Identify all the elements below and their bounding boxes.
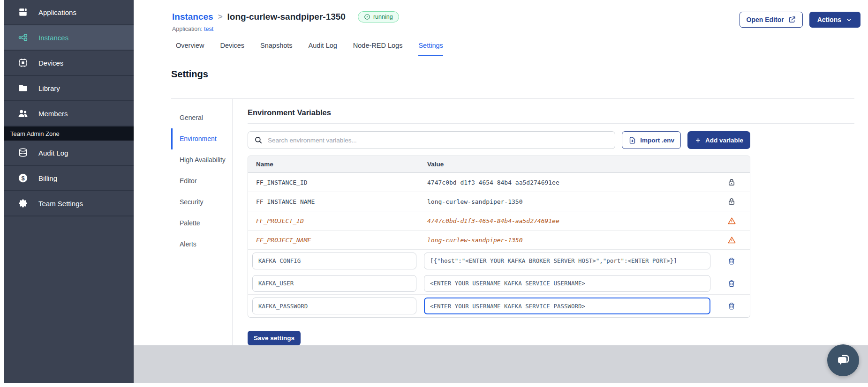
members-icon: [18, 108, 28, 119]
tab-overview[interactable]: Overview: [176, 42, 204, 56]
breadcrumb-instances-link[interactable]: Instances: [172, 12, 213, 22]
warning-icon: [713, 216, 750, 225]
sidebar-item-library[interactable]: Library: [4, 76, 134, 101]
subnav-item-alerts[interactable]: Alerts: [171, 234, 232, 255]
sidebar-item-label: Audit Log: [38, 149, 68, 157]
status-badge: running: [358, 11, 399, 22]
sidebar-item-label: Team Settings: [38, 200, 83, 208]
env-var-name-input[interactable]: [252, 298, 416, 314]
subnav-item-palette[interactable]: Palette: [171, 213, 232, 234]
subnav-item-editor[interactable]: Editor: [171, 171, 232, 192]
env-var-name-input[interactable]: [252, 253, 416, 269]
tab-snapshots[interactable]: Snapshots: [260, 42, 293, 56]
env-var-name-input[interactable]: [252, 275, 416, 292]
main-content: Instances > long-curlew-sandpiper-1350 r…: [134, 0, 868, 345]
column-header-name: Name: [248, 161, 420, 168]
env-var-value: 4747c0bd-d1f3-4654-84b4-aa5d274691ee: [420, 217, 713, 224]
applications-icon: [18, 7, 28, 17]
tab-audit-log[interactable]: Audit Log: [309, 42, 337, 56]
sidebar-item-audit-log[interactable]: Audit Log: [4, 141, 134, 166]
table-row: FF_INSTANCE_NAME long-curlew-sandpiper-1…: [248, 192, 750, 211]
sidebar-item-team-settings[interactable]: Team Settings: [4, 191, 134, 216]
chat-launcher-button[interactable]: [827, 344, 859, 376]
team-settings-icon: [18, 198, 28, 208]
open-editor-button[interactable]: Open Editor: [740, 12, 803, 28]
add-variable-label: Add variable: [705, 137, 743, 144]
sidebar-item-devices[interactable]: Devices: [4, 51, 134, 76]
page-title-instance-name: long-curlew-sandpiper-1350: [227, 12, 346, 22]
sidebar: Applications Instances Devices Library M…: [4, 0, 134, 383]
sidebar-item-label: Devices: [38, 59, 63, 67]
env-var-value-input[interactable]: [424, 253, 710, 269]
column-header-value: Value: [420, 161, 713, 168]
sidebar-item-billing[interactable]: $ Billing: [4, 166, 134, 191]
open-editor-label: Open Editor: [747, 16, 784, 23]
env-var-value: 4747c0bd-d1f3-4654-84b4-aa5d274691ee: [420, 179, 713, 186]
sidebar-item-label: Billing: [38, 174, 57, 182]
warning-icon: [713, 236, 750, 245]
billing-icon: $: [18, 173, 28, 183]
table-row: FF_PROJECT_NAME long-curlew-sandpiper-13…: [248, 231, 750, 250]
lock-icon: [713, 178, 750, 186]
add-variable-button[interactable]: Add variable: [687, 131, 750, 149]
env-var-name: FF_PROJECT_NAME: [248, 237, 420, 244]
svg-text:$: $: [21, 175, 24, 182]
settings-subnav: General Environment High Availability Ed…: [171, 99, 232, 350]
tab-node-red-logs[interactable]: Node-RED Logs: [353, 42, 403, 56]
table-row: FF_INSTANCE_ID 4747c0bd-d1f3-4654-84b4-a…: [248, 173, 750, 192]
plus-icon: [694, 137, 702, 144]
panel-title: Environment Variables: [248, 99, 854, 124]
instances-icon: [18, 32, 28, 43]
trash-icon[interactable]: [713, 302, 750, 310]
env-var-name: FF_PROJECT_ID: [248, 217, 420, 224]
sidebar-item-members[interactable]: Members: [4, 101, 134, 127]
subnav-item-high-availability[interactable]: High Availability: [171, 149, 232, 171]
status-badge-label: running: [373, 14, 393, 20]
tab-devices[interactable]: Devices: [220, 42, 244, 56]
lock-icon: [713, 197, 750, 206]
play-circle-icon: [364, 14, 370, 20]
settings-section: Settings General Environment High Availa…: [171, 69, 854, 350]
trash-icon[interactable]: [713, 279, 750, 288]
audit-log-icon: [18, 148, 28, 158]
env-var-name: FF_INSTANCE_NAME: [248, 198, 420, 205]
sidebar-item-label: Library: [38, 84, 60, 92]
library-icon: [18, 83, 28, 93]
table-row: [248, 295, 750, 317]
search-icon: [254, 136, 263, 144]
env-var-value-input-focused[interactable]: [424, 298, 710, 314]
env-var-name: FF_INSTANCE_ID: [248, 179, 420, 186]
header-buttons: Open Editor Actions: [740, 12, 860, 28]
table-header: Name Value: [248, 156, 750, 173]
env-var-value: long-curlew-sandpiper-1350: [420, 237, 713, 244]
tab-bar: Overview Devices Snapshots Audit Log Nod…: [145, 42, 868, 56]
table-row: FF_PROJECT_ID 4747c0bd-d1f3-4654-84b4-aa…: [248, 211, 750, 231]
devices-icon: [18, 58, 28, 68]
save-settings-button[interactable]: Save settings: [248, 331, 301, 345]
search-input[interactable]: [267, 136, 609, 144]
application-link[interactable]: test: [204, 26, 213, 32]
chevron-down-icon: [845, 16, 853, 23]
external-link-icon: [788, 16, 796, 23]
sidebar-section-team-admin-zone: Team Admin Zone: [4, 127, 134, 141]
import-env-label: Import .env: [640, 137, 674, 144]
env-var-value-input[interactable]: [424, 275, 710, 292]
chat-icon: [835, 352, 852, 369]
settings-page-title: Settings: [171, 69, 854, 80]
sidebar-item-instances[interactable]: Instances: [4, 25, 134, 51]
trash-icon[interactable]: [713, 257, 750, 265]
env-toolbar: Import .env Add variable: [248, 131, 750, 149]
subnav-item-general[interactable]: General: [171, 107, 232, 128]
subnav-item-security[interactable]: Security: [171, 192, 232, 213]
breadcrumb-separator: >: [218, 12, 223, 22]
actions-button[interactable]: Actions: [809, 12, 860, 28]
import-env-button[interactable]: Import .env: [622, 131, 681, 149]
table-row: [248, 250, 750, 272]
environment-panel: Environment Variables Import .env: [232, 99, 854, 350]
sidebar-section-label: Team Admin Zone: [10, 130, 60, 137]
table-row: [248, 272, 750, 295]
subnav-item-environment[interactable]: Environment: [171, 128, 232, 149]
actions-label: Actions: [817, 16, 841, 23]
tab-settings[interactable]: Settings: [418, 42, 443, 56]
sidebar-item-applications[interactable]: Applications: [4, 0, 134, 25]
